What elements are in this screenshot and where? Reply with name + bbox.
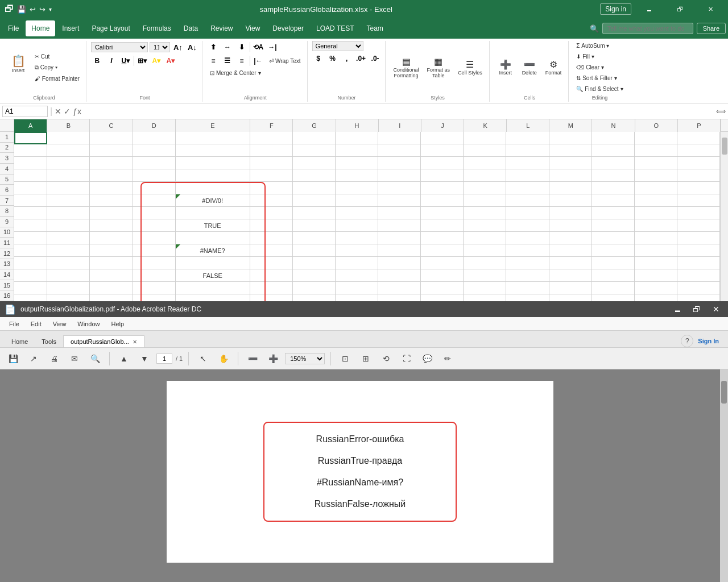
cell-D7[interactable] — [133, 207, 176, 219]
autosum-btn[interactable]: Σ AutoSum ▾ — [573, 41, 612, 51]
cell-C4[interactable] — [90, 169, 133, 182]
cell-N3[interactable] — [592, 157, 635, 169]
cell-K13[interactable] — [464, 282, 506, 294]
pdf-share-btn[interactable]: ↗ — [25, 351, 42, 367]
col-header-H[interactable]: H — [336, 119, 379, 132]
row-header-8[interactable]: 8 — [0, 206, 14, 217]
sort-filter-btn[interactable]: ⇅ Sort & Filter ▾ — [573, 73, 620, 83]
row-header-15[interactable]: 15 — [0, 280, 14, 291]
cell-I8[interactable] — [378, 219, 421, 232]
undo-quick-btn[interactable]: ↩ — [30, 5, 36, 14]
cell-E6[interactable]: #DIV/0! — [176, 194, 250, 207]
cell-I2[interactable] — [378, 144, 421, 157]
cell-E4[interactable] — [176, 169, 250, 182]
cell-O2[interactable] — [635, 144, 677, 157]
cell-P7[interactable] — [677, 207, 720, 219]
underline-btn[interactable]: U ▾ — [119, 55, 132, 67]
cell-K12[interactable] — [464, 269, 506, 282]
row-header-3[interactable]: 3 — [0, 153, 14, 164]
pdf-scrollbar-thumb[interactable] — [721, 381, 727, 404]
cell-M13[interactable] — [549, 282, 592, 294]
cell-E8[interactable]: TRUE — [176, 219, 250, 232]
cell-C11[interactable] — [90, 257, 133, 269]
pdf-fit-page-btn[interactable]: ⊡ — [337, 351, 354, 367]
cell-B14[interactable] — [47, 294, 90, 301]
pdf-close-btn[interactable]: ✕ — [709, 302, 723, 317]
cell-C13[interactable] — [90, 282, 133, 294]
paste-btn[interactable]: 📋 Insert — [6, 53, 31, 82]
increase-font-btn[interactable]: A↑ — [172, 41, 184, 53]
cell-G7[interactable] — [293, 207, 336, 219]
cell-D3[interactable] — [133, 157, 176, 169]
conditional-formatting-btn[interactable]: ▤ ConditionalFormatting — [390, 54, 423, 81]
cell-D2[interactable] — [133, 144, 176, 157]
cell-G1[interactable] — [293, 132, 336, 144]
cell-K14[interactable] — [464, 294, 506, 301]
pdf-rotate-btn[interactable]: ⟲ — [378, 351, 395, 367]
indent-right-btn[interactable]: →| — [266, 41, 279, 53]
align-left-btn[interactable]: ≡ — [207, 55, 220, 67]
cell-J6[interactable] — [421, 194, 464, 207]
cell-K8[interactable] — [464, 219, 506, 232]
cell-L7[interactable] — [506, 207, 549, 219]
cell-G8[interactable] — [293, 219, 336, 232]
cell-B6[interactable] — [47, 194, 90, 207]
cell-L5[interactable] — [506, 182, 549, 194]
col-header-L[interactable]: L — [507, 119, 549, 132]
cell-O8[interactable] — [635, 219, 677, 232]
cell-G14[interactable] — [293, 294, 336, 301]
cell-P4[interactable] — [677, 169, 720, 182]
row-header-6[interactable]: 6 — [0, 185, 14, 196]
font-color-btn[interactable]: A▾ — [164, 55, 177, 67]
cell-C1[interactable] — [90, 132, 133, 144]
cell-O7[interactable] — [635, 207, 677, 219]
cell-styles-btn[interactable]: ☰ Cell Styles — [454, 57, 486, 78]
cell-M7[interactable] — [549, 207, 592, 219]
row-header-7[interactable]: 7 — [0, 196, 14, 206]
find-select-btn[interactable]: 🔍 Find & Select ▾ — [573, 84, 626, 94]
cell-A6[interactable] — [14, 194, 47, 207]
cell-E2[interactable] — [176, 144, 250, 157]
cell-M3[interactable] — [549, 157, 592, 169]
cell-L12[interactable] — [506, 269, 549, 282]
cell-N12[interactable] — [592, 269, 635, 282]
cell-H7[interactable] — [336, 207, 378, 219]
cell-D8[interactable] — [133, 219, 176, 232]
pdf-comment-btn[interactable]: 💬 — [419, 351, 436, 367]
col-header-A[interactable]: A — [14, 119, 47, 132]
decrease-decimal-btn[interactable]: .0- — [369, 52, 382, 65]
row-header-14[interactable]: 14 — [0, 269, 14, 280]
cell-L2[interactable] — [506, 144, 549, 157]
pdf-tab-tools[interactable]: Tools — [35, 336, 63, 347]
cell-K7[interactable] — [464, 207, 506, 219]
minimize-btn[interactable]: 🗕 — [636, 0, 662, 18]
cell-H4[interactable] — [336, 169, 378, 182]
pdf-restore-btn[interactable]: 🗗 — [689, 302, 704, 317]
cell-J7[interactable] — [421, 207, 464, 219]
cell-B2[interactable] — [47, 144, 90, 157]
cell-P13[interactable] — [677, 282, 720, 294]
cell-E11[interactable] — [176, 257, 250, 269]
cell-I6[interactable] — [378, 194, 421, 207]
fill-btn[interactable]: ⬇ Fill ▾ — [573, 52, 597, 61]
cell-B10[interactable] — [47, 244, 90, 257]
pdf-hand-btn[interactable]: ✋ — [215, 351, 232, 367]
cell-B3[interactable] — [47, 157, 90, 169]
cell-I10[interactable] — [378, 244, 421, 257]
cell-O10[interactable] — [635, 244, 677, 257]
pdf-tab-close-icon[interactable]: ✕ — [133, 339, 137, 345]
cell-L10[interactable] — [506, 244, 549, 257]
cell-P11[interactable] — [677, 257, 720, 269]
scrollbar-thumb[interactable] — [722, 138, 727, 155]
menu-team[interactable]: Team — [361, 20, 388, 36]
cell-P8[interactable] — [677, 219, 720, 232]
menu-home[interactable]: Home — [26, 20, 55, 36]
cell-H1[interactable] — [336, 132, 378, 144]
cell-L8[interactable] — [506, 219, 549, 232]
pdf-zoom-select[interactable]: 150% 50% 75% 100% 125% 200% — [285, 353, 325, 364]
cell-M4[interactable] — [549, 169, 592, 182]
cell-F6[interactable] — [250, 194, 293, 207]
decrease-font-btn[interactable]: A↓ — [186, 41, 198, 53]
pdf-tab-document[interactable]: outputRussianGlob... ✕ — [63, 335, 144, 347]
cell-F8[interactable] — [250, 219, 293, 232]
